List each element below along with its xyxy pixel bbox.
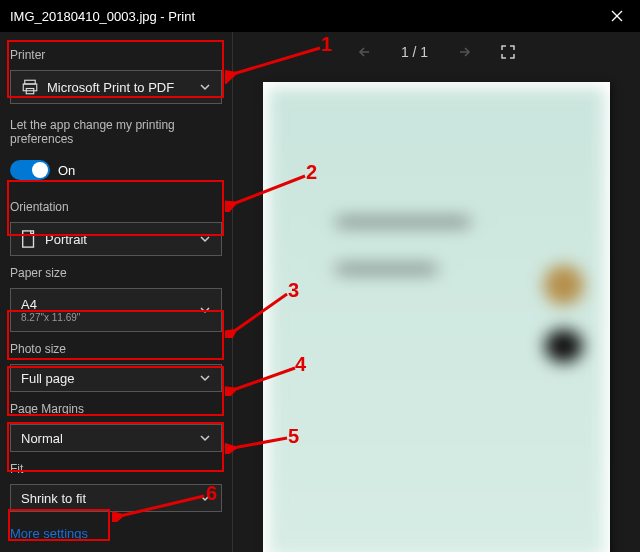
orientation-value: Portrait xyxy=(45,232,87,247)
window-title: IMG_20180410_0003.jpg - Print xyxy=(10,9,195,24)
chevron-down-icon xyxy=(199,432,211,444)
more-settings-link[interactable]: More settings xyxy=(10,526,222,541)
printer-icon xyxy=(21,78,39,96)
annotation-number: 3 xyxy=(288,279,299,302)
next-page-button[interactable] xyxy=(456,44,472,60)
portrait-icon xyxy=(21,230,37,248)
chevron-down-icon xyxy=(199,304,211,316)
paper-size-value: A4 xyxy=(21,297,37,312)
fit-dropdown[interactable]: Shrink to fit xyxy=(10,484,222,512)
title-bar: IMG_20180410_0003.jpg - Print xyxy=(0,0,640,32)
chevron-down-icon xyxy=(199,372,211,384)
printing-pref-toggle[interactable] xyxy=(10,160,50,180)
fit-label: Fit xyxy=(10,462,222,476)
page-indicator: 1 / 1 xyxy=(401,44,428,60)
photo-size-label: Photo size xyxy=(10,342,222,356)
page-preview xyxy=(263,82,610,552)
svg-rect-3 xyxy=(23,84,37,91)
paper-size-dropdown[interactable]: A4 8.27"x 11.69" xyxy=(10,288,222,332)
close-icon xyxy=(611,10,623,22)
annotation-number: 2 xyxy=(306,161,317,184)
page-margins-value: Normal xyxy=(21,431,63,446)
fullscreen-icon[interactable] xyxy=(500,44,516,60)
orientation-label: Orientation xyxy=(10,200,222,214)
annotation-number: 5 xyxy=(288,425,299,448)
page-margins-dropdown[interactable]: Normal xyxy=(10,424,222,452)
chevron-down-icon xyxy=(199,233,211,245)
settings-panel: Printer Microsoft Print to PDF Let the a… xyxy=(0,32,232,552)
printing-pref-label: Let the app change my printing preferenc… xyxy=(10,118,222,146)
fit-value: Shrink to fit xyxy=(21,491,86,506)
printer-dropdown[interactable]: Microsoft Print to PDF xyxy=(10,70,222,104)
photo-size-value: Full page xyxy=(21,371,74,386)
chevron-down-icon xyxy=(199,81,211,93)
preview-nav: 1 / 1 xyxy=(233,32,640,72)
close-button[interactable] xyxy=(594,0,640,32)
toggle-state: On xyxy=(58,163,75,178)
printer-value: Microsoft Print to PDF xyxy=(47,80,174,95)
paper-size-label: Paper size xyxy=(10,266,222,280)
orientation-dropdown[interactable]: Portrait xyxy=(10,222,222,256)
printer-label: Printer xyxy=(10,48,222,62)
annotation-number: 1 xyxy=(321,33,332,56)
annotation-number: 4 xyxy=(295,353,306,376)
paper-size-dim: 8.27"x 11.69" xyxy=(21,312,80,323)
page-margins-label: Page Margins xyxy=(10,402,222,416)
photo-size-dropdown[interactable]: Full page xyxy=(10,364,222,392)
prev-page-button[interactable] xyxy=(357,44,373,60)
annotation-number: 6 xyxy=(206,482,217,505)
